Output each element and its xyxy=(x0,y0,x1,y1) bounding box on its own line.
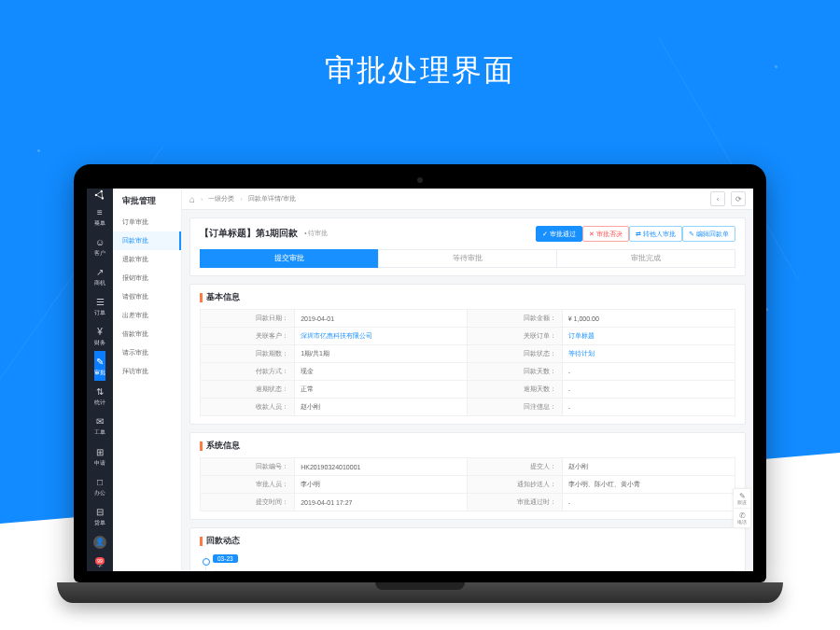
sb-refund[interactable]: 退款审批 xyxy=(113,250,181,269)
kv-value: - xyxy=(562,381,735,399)
app-logo[interactable] xyxy=(87,189,113,202)
kv-value: ¥ 1,000.00 xyxy=(562,310,735,328)
kv-label: 逾期天数： xyxy=(468,381,562,399)
nav-finance[interactable]: ¥财务 xyxy=(94,321,105,351)
nav-apply-icon: ⊞ xyxy=(94,446,105,458)
header-action-left[interactable]: ‹ xyxy=(710,191,725,206)
sidebar: 审批管理 订单审批回款审批退款审批报销审批请假审批出差审批借款审批请示审批拜访审… xyxy=(113,189,182,571)
kv-value: - xyxy=(562,494,735,511)
kv-label: 回款编号： xyxy=(201,458,295,476)
header-action-refresh[interactable]: ⟳ xyxy=(731,191,746,206)
kv-value: 赵小刚 xyxy=(562,458,735,476)
nav-customer[interactable]: ☺客户 xyxy=(94,231,105,261)
btn-edit[interactable]: ✎编辑回款单 xyxy=(682,226,735,242)
kv-label: 收款人员： xyxy=(201,399,295,416)
kv-value: 2019-04-01 xyxy=(295,310,468,328)
nav-office[interactable]: □办公 xyxy=(94,471,105,501)
kv-value: HK20190324010001 xyxy=(295,458,468,476)
kv-label: 回款日期： xyxy=(201,310,295,328)
approval-stepper: 提交审批等待审批审批完成 xyxy=(200,249,735,268)
iconbar: ≡菜单☺客户↗商机☰订单¥财务✎审批⇅统计✉工单⊞申请□办公⊟货单 👤李99☰日… xyxy=(87,189,113,571)
nav-approval[interactable]: ✎审批 xyxy=(94,351,105,381)
doc-status-tag: • 待审批 xyxy=(303,230,329,238)
basic-info-title: 基本信息 xyxy=(200,292,735,303)
user-name-short[interactable]: 李99 xyxy=(93,555,106,571)
nav-approval-icon: ✎ xyxy=(94,356,105,368)
header-panel: 【订单标题】第1期回款 • 待审批 ✓审批通过✕审批否决⇄转他人审批✎编辑回款单… xyxy=(189,217,746,276)
kv-label: 回注信息： xyxy=(468,399,562,416)
step-1: 等待审批 xyxy=(378,249,557,268)
system-info-title: 系统信息 xyxy=(200,441,735,452)
sb-order[interactable]: 订单审批 xyxy=(113,213,181,231)
kv-value: 李小明、陈小红、黄小青 xyxy=(562,476,735,494)
nav-menu[interactable]: ≡菜单 xyxy=(94,202,105,231)
sb-leave[interactable]: 请假审批 xyxy=(113,287,181,306)
nav-goods[interactable]: ⊟货单 xyxy=(94,501,105,531)
kv-value: 李小明 xyxy=(295,476,468,494)
content-scroll[interactable]: 【订单标题】第1期回款 • 待审批 ✓审批通过✕审批否决⇄转他人审批✎编辑回款单… xyxy=(182,210,753,571)
btn-transfer[interactable]: ⇄转他人审批 xyxy=(629,226,682,242)
kv-value[interactable]: 订单标题 xyxy=(562,328,735,345)
sb-receipt[interactable]: 回款审批 xyxy=(113,231,181,250)
kv-value: 赵小刚 xyxy=(295,399,468,416)
avatar-icon: 👤 xyxy=(93,536,106,549)
kv-label: 提交人： xyxy=(468,458,562,476)
breadcrumb-2[interactable]: 回款单详情/审批 xyxy=(248,194,296,203)
float-tool-call[interactable]: ✆电话 xyxy=(734,509,750,527)
user-avatar[interactable]: 👤 xyxy=(93,531,106,555)
float-tool-track[interactable]: ✎跟进 xyxy=(734,489,750,509)
kv-value[interactable]: 等待计划 xyxy=(562,345,735,363)
page-hero-title: 审批处理界面 xyxy=(0,50,840,91)
nav-menu-icon: ≡ xyxy=(94,206,105,218)
btn-reject[interactable]: ✕审批否决 xyxy=(582,226,629,242)
timeline-card: 👤 李小明 2019-03-23 22:31 审批通过第1期回款，原因备注：无 … xyxy=(213,570,735,571)
nav-opportunity[interactable]: ↗商机 xyxy=(94,261,105,291)
sb-trip[interactable]: 出差审批 xyxy=(113,306,181,325)
kv-label: 回款金额： xyxy=(468,310,562,328)
home-icon[interactable]: ⌂ xyxy=(189,194,195,204)
nav-stats[interactable]: ⇅统计 xyxy=(94,381,105,411)
sb-visit[interactable]: 拜访审批 xyxy=(113,362,181,381)
kv-label: 付款方式： xyxy=(201,363,295,381)
sidebar-title: 审批管理 xyxy=(122,196,181,207)
sb-loan[interactable]: 借款审批 xyxy=(113,325,181,343)
doc-title: 【订单标题】第1期回款 xyxy=(200,228,298,240)
kv-value: - xyxy=(562,399,735,416)
float-tools: ✎跟进 ✆电话 xyxy=(733,488,751,528)
nav-ticket[interactable]: ✉工单 xyxy=(94,411,105,441)
btn-approve[interactable]: ✓审批通过 xyxy=(536,226,582,242)
kv-label: 回款状态： xyxy=(468,345,562,363)
kv-label: 提交时间： xyxy=(201,494,295,511)
breadcrumb-1[interactable]: 一级分类 xyxy=(208,194,234,203)
kv-value: 1期/共1期 xyxy=(295,345,468,363)
timeline-date-chip: 03-23 xyxy=(213,554,238,563)
nav-order[interactable]: ☰订单 xyxy=(94,291,105,321)
nav-goods-icon: ⊟ xyxy=(94,506,105,518)
system-info-panel: 系统信息 回款编号：HK20190324010001提交人：赵小刚审批人员：李小… xyxy=(189,432,746,520)
kv-label: 通知抄送人： xyxy=(468,476,562,494)
nav-finance-icon: ¥ xyxy=(94,326,105,338)
timeline-panel: 回款动态 03-23 👤 xyxy=(189,527,746,571)
kv-label: 回款期数： xyxy=(201,345,295,363)
kv-value[interactable]: 深圳市亿惠科技有限公司 xyxy=(295,328,468,345)
kv-label: 审批通过时： xyxy=(468,494,562,511)
kv-label: 关联订单： xyxy=(468,328,562,345)
kv-value: - xyxy=(562,363,735,381)
sb-request[interactable]: 请示审批 xyxy=(113,343,181,362)
kv-label: 逾期状态： xyxy=(201,381,295,399)
kv-label: 审批人员： xyxy=(201,476,295,494)
nav-order-icon: ☰ xyxy=(94,296,105,308)
basic-info-panel: 基本信息 回款日期：2019-04-01回款金额：¥ 1,000.00关联客户：… xyxy=(189,284,746,425)
nav-stats-icon: ⇅ xyxy=(94,385,105,398)
nav-apply[interactable]: ⊞申请 xyxy=(94,441,105,471)
nav-ticket-icon: ✉ xyxy=(94,415,105,427)
kv-label: 回款天数： xyxy=(468,363,562,381)
basic-info-table: 回款日期：2019-04-01回款金额：¥ 1,000.00关联客户：深圳市亿惠… xyxy=(200,309,735,416)
kv-label: 关联客户： xyxy=(201,328,295,345)
system-info-table: 回款编号：HK20190324010001提交人：赵小刚审批人员：李小明通知抄送… xyxy=(200,457,735,511)
kv-value: 现金 xyxy=(295,363,468,381)
breadcrumb-bar: ⌂ › 一级分类 › 回款单详情/审批 ‹ ⟳ xyxy=(182,189,753,210)
step-2: 审批完成 xyxy=(556,249,735,268)
camera-dot xyxy=(417,177,423,183)
sb-expense[interactable]: 报销审批 xyxy=(113,269,181,287)
